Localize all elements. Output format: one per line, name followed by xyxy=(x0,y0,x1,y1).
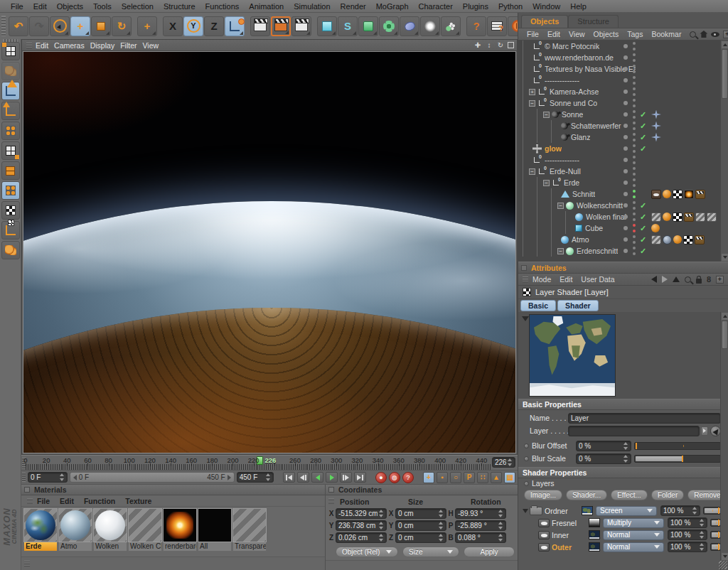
layer-dot[interactable] xyxy=(623,112,628,117)
menubar-item-window[interactable]: Window xyxy=(528,2,565,11)
tree-row[interactable]: 0www.renderbaron.de xyxy=(518,52,728,63)
layer-dot[interactable] xyxy=(623,226,628,230)
layer-dot[interactable] xyxy=(623,90,628,94)
render-settings-icon[interactable] xyxy=(291,16,311,36)
tree-row[interactable]: −0Sonne und Co xyxy=(518,97,728,109)
visibility-dots[interactable] xyxy=(633,65,636,73)
undo-icon[interactable]: ↶ xyxy=(9,16,28,36)
enabled-check-icon[interactable]: ✓ xyxy=(640,144,648,154)
layer-pick-button[interactable] xyxy=(710,426,721,436)
layer-image-button[interactable]: Image... xyxy=(524,490,562,500)
tree-row[interactable]: Wolken final✓ xyxy=(518,211,728,222)
lock-x-axis-icon[interactable]: X xyxy=(163,16,183,36)
object-mode-icon[interactable] xyxy=(1,82,20,100)
sphere-tag-icon[interactable] xyxy=(663,235,672,244)
polygons-mode-icon[interactable] xyxy=(1,161,20,180)
ball-tag-icon[interactable] xyxy=(651,224,660,232)
enabled-check-icon[interactable]: ✓ xyxy=(640,110,648,119)
menubar-item-selection[interactable]: Selection xyxy=(117,2,159,11)
layer-dot[interactable] xyxy=(623,67,628,71)
stripes-tag-icon[interactable] xyxy=(651,213,661,222)
objects-menu-bookmar[interactable]: Bookmar xyxy=(651,30,690,38)
eye-tag-icon[interactable] xyxy=(651,190,661,199)
tree-expander-icon[interactable]: − xyxy=(557,203,564,209)
attributes-scrollbar[interactable] xyxy=(720,312,728,570)
layer-name[interactable]: Ordner xyxy=(545,507,582,515)
add-cube-primitive-icon[interactable] xyxy=(317,16,337,36)
layer-dot[interactable] xyxy=(623,215,628,219)
visibility-dots[interactable] xyxy=(633,87,636,96)
snap-settings-icon[interactable] xyxy=(1,241,20,259)
tree-row[interactable]: 0Textures by Nasa Visible Eart xyxy=(518,63,728,75)
objects-menu-file[interactable]: File xyxy=(527,30,547,38)
layer-thumbnail[interactable] xyxy=(589,530,600,539)
menubar-item-render[interactable]: Render xyxy=(336,2,371,11)
attribute-tab-shader[interactable]: Shader xyxy=(557,300,599,311)
blur-offset-slider[interactable] xyxy=(634,442,721,450)
tree-row[interactable]: glow✓ xyxy=(518,143,728,154)
materials-menu-edit[interactable]: Edit xyxy=(60,497,84,505)
layer-dot[interactable] xyxy=(623,158,628,162)
size-field[interactable]: 0 cm xyxy=(395,532,446,543)
keyframe-selection-button[interactable]: ? xyxy=(402,472,414,483)
last-tool-icon[interactable]: + xyxy=(137,16,157,36)
viewport-render-area[interactable] xyxy=(23,51,516,453)
layer-dot[interactable] xyxy=(623,101,628,105)
tree-expander-icon[interactable]: − xyxy=(529,100,535,107)
attribute-tab-basic[interactable]: Basic xyxy=(520,300,556,311)
visibility-dots[interactable] xyxy=(633,144,636,153)
viewport-menu-edit[interactable]: Edit xyxy=(36,41,54,50)
enabled-check-icon[interactable]: ✓ xyxy=(640,122,648,131)
tab-objects[interactable]: Objects xyxy=(521,15,568,28)
ball-tag-icon[interactable] xyxy=(673,235,682,244)
layer-dot[interactable] xyxy=(623,169,628,173)
timeline-end-field[interactable]: 450 F xyxy=(237,472,274,483)
compass-tag-icon[interactable] xyxy=(651,133,661,142)
menubar-item-plugins[interactable]: Plugins xyxy=(458,2,493,11)
shader-layer-row[interactable]: InnerNormal100 % xyxy=(518,529,728,541)
context-help-icon[interactable]: ? xyxy=(466,16,486,36)
layer-opacity-field[interactable]: 100 % xyxy=(668,517,707,528)
menubar-item-simulation[interactable]: Simulation xyxy=(289,2,335,11)
size-field[interactable]: 0 cm xyxy=(395,508,446,519)
panel-resize-grip[interactable] xyxy=(719,561,727,569)
layer-opacity-field[interactable]: 100 % xyxy=(660,505,700,516)
blend-mode-dropdown[interactable]: Multiply xyxy=(603,518,664,528)
checker-tag-icon[interactable] xyxy=(673,213,682,222)
visibility-dots[interactable] xyxy=(633,133,636,141)
scroll-up-arrow[interactable] xyxy=(722,41,728,48)
add-sky-icon[interactable] xyxy=(420,16,440,36)
dolly-view-icon[interactable]: ↕ xyxy=(485,41,493,50)
search-icon[interactable] xyxy=(685,276,691,283)
layer-dot[interactable] xyxy=(623,249,628,253)
tree-expander-icon[interactable]: + xyxy=(529,89,535,95)
visibility-dots[interactable] xyxy=(633,213,636,221)
clap-tag-icon[interactable] xyxy=(695,190,705,199)
menubar-item-help[interactable]: Help xyxy=(565,2,592,11)
visibility-dots[interactable] xyxy=(633,156,636,164)
live-selection-icon[interactable]: ▲ xyxy=(50,16,70,36)
visibility-dots[interactable] xyxy=(633,235,636,244)
menubar-item-animation[interactable]: Animation xyxy=(244,2,289,11)
redo-icon[interactable]: ↷ xyxy=(29,16,49,36)
position-field[interactable]: 236.738 cm xyxy=(336,520,387,531)
move-tool-icon[interactable]: + xyxy=(70,16,90,36)
tree-row[interactable]: −Sonne✓ xyxy=(518,109,728,120)
name-field[interactable]: Layer xyxy=(568,413,721,424)
visibility-dots[interactable] xyxy=(633,247,636,255)
visibility-dots[interactable] xyxy=(633,178,636,187)
rotate-view-icon[interactable]: ↻ xyxy=(496,41,505,50)
rotation-field[interactable]: -25.889 ° xyxy=(455,520,506,531)
layer-thumbnail[interactable] xyxy=(582,506,593,515)
size-field[interactable]: 0 cm xyxy=(395,520,446,531)
attributes-menu-user-data[interactable]: User Data xyxy=(581,275,623,284)
rotate-tool-icon[interactable]: ↻ xyxy=(112,16,132,36)
blur-scale-slider[interactable] xyxy=(634,455,721,463)
scale-tool-icon[interactable] xyxy=(91,16,111,36)
material-thumbnail-atmo[interactable] xyxy=(58,508,92,542)
materials-menu-file[interactable]: File xyxy=(37,497,60,505)
layer-name[interactable]: Outer xyxy=(552,543,589,552)
coordinate-mode-dropdown[interactable]: Object (Rel) xyxy=(336,547,398,557)
blend-mode-dropdown[interactable]: Normal xyxy=(603,530,664,540)
blend-mode-dropdown[interactable]: Normal xyxy=(603,542,664,552)
